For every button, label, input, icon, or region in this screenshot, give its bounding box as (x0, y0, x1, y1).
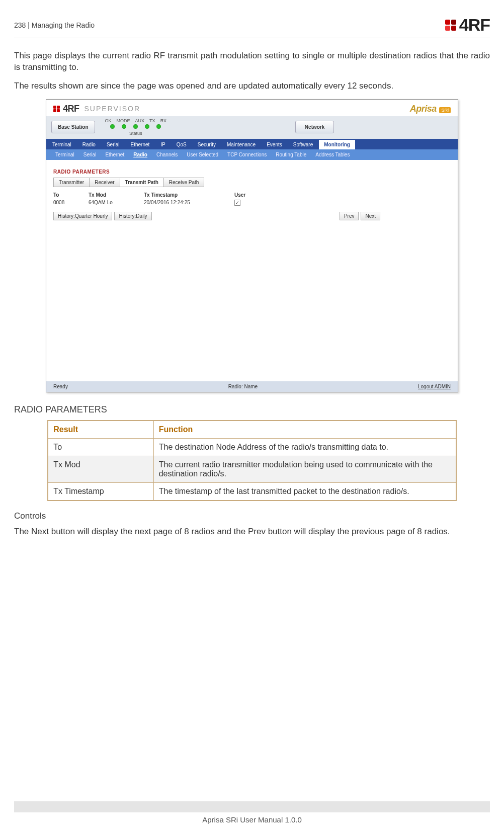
subtab-receive-path[interactable]: Receive Path (163, 178, 204, 187)
aprisa-word: Aprisa (410, 104, 437, 114)
col-txmod: Tx Mod (89, 192, 144, 198)
led-label-aux: AUX (135, 118, 145, 123)
col-to: To (53, 192, 89, 198)
controls-heading: Controls (14, 511, 490, 521)
status-leds: OK MODE AUX TX RX Status (105, 118, 167, 136)
secondary-tabs: Terminal Serial Ethernet Radio Channels … (46, 149, 458, 160)
page-header: 238 | Managing the Radio 4RF (14, 15, 490, 38)
led-label-tx: TX (149, 118, 155, 123)
brand-dots-icon (445, 20, 456, 31)
subtab-terminal[interactable]: Terminal (51, 150, 78, 159)
parameters-table: Result Function To The destination Node … (47, 420, 457, 501)
mini-dots-icon (53, 106, 60, 112)
section-heading: RADIO PARAMETERS (14, 404, 490, 415)
brand-text: 4RF (459, 15, 490, 35)
page-number: 238 (14, 21, 26, 29)
row-result: Tx Timestamp (48, 482, 153, 501)
intro-paragraph-1: This page displays the current radio RF … (14, 50, 490, 73)
status-row: Base Station OK MODE AUX TX RX Status (46, 116, 458, 139)
led-labels: OK MODE AUX TX RX (105, 118, 167, 123)
tab-software[interactable]: Software (288, 140, 318, 149)
history-quarter-hourly-button[interactable]: History:Quarter Hourly (53, 212, 112, 220)
footer-radio-name: Radio: Name (228, 384, 258, 389)
table-row: Tx Mod The current radio transmitter mod… (48, 456, 456, 482)
subtab-transmitter[interactable]: Transmitter (53, 178, 90, 187)
supervisor-app: 4RF SUPERVISOR Aprisa SRi Base Station O… (46, 99, 458, 392)
col-user: User (234, 192, 265, 198)
tab-qos[interactable]: QoS (172, 140, 192, 149)
status-word: Status (129, 131, 142, 136)
grid-row: 0008 64QAM Lo 20/04/2016 12:24:25 ✓ (53, 198, 451, 208)
tab-maintenance[interactable]: Maintenance (222, 140, 261, 149)
led-mode-icon (122, 124, 126, 129)
brand-logo: 4RF (445, 15, 490, 35)
footer-bar (14, 801, 490, 812)
tab-serial[interactable]: Serial (102, 140, 125, 149)
tab-ip[interactable]: IP (155, 140, 170, 149)
table-row: Tx Timestamp The timestamp of the last t… (48, 482, 456, 501)
logout-link[interactable]: Logout ADMIN (418, 384, 451, 389)
led-label-rx: RX (160, 118, 167, 123)
subtab-user-selected[interactable]: User Selected (183, 150, 222, 159)
next-button[interactable]: Next (361, 212, 380, 220)
cell-to: 0008 (53, 200, 89, 205)
subtab-ethernet[interactable]: Ethernet (101, 150, 128, 159)
prev-button[interactable]: Prev (340, 212, 359, 220)
tab-events[interactable]: Events (262, 140, 287, 149)
intro-paragraph-2: The results shown are since the page was… (14, 80, 490, 92)
aprisa-badge: SRi (439, 107, 451, 113)
subtab-tcp[interactable]: TCP Connections (223, 150, 271, 159)
tab-security[interactable]: Security (193, 140, 221, 149)
app-body: RADIO PARAMETERS Transmitter Receiver Tr… (46, 160, 458, 311)
led-label-ok: OK (105, 118, 112, 123)
network-button[interactable]: Network (295, 121, 334, 133)
th-function: Function (153, 421, 456, 439)
panel-title: RADIO PARAMETERS (53, 169, 451, 175)
th-result: Result (48, 421, 153, 439)
history-row: History:Quarter Hourly History:Daily Pre… (53, 212, 380, 220)
app-screenshot: 4RF SUPERVISOR Aprisa SRi Base Station O… (14, 99, 490, 392)
tab-monitoring[interactable]: Monitoring (319, 140, 355, 149)
row-function: The timestamp of the last transmitted pa… (153, 482, 456, 501)
subtab-channels[interactable]: Channels (152, 150, 182, 159)
led-tx-icon (145, 124, 149, 129)
app-top-bar: 4RF SUPERVISOR Aprisa SRi (46, 100, 458, 116)
base-station-button[interactable]: Base Station (51, 121, 95, 133)
grid-header: To Tx Mod Tx Timestamp User (53, 192, 451, 198)
subtab-radio[interactable]: Radio (129, 150, 151, 159)
page-number-section: 238 | Managing the Radio (14, 21, 95, 29)
led-label-mode: MODE (117, 118, 130, 123)
subtab-serial[interactable]: Serial (79, 150, 101, 159)
led-rx-icon (156, 124, 161, 129)
history-daily-button[interactable]: History:Daily (114, 212, 151, 220)
supervisor-logo: 4RF SUPERVISOR (53, 104, 140, 114)
subtab-routing[interactable]: Routing Table (272, 150, 310, 159)
supervisor-brand: 4RF (63, 104, 79, 114)
app-footer: Ready Radio: Name Logout ADMIN (46, 381, 458, 392)
tab-terminal[interactable]: Terminal (47, 140, 76, 149)
row-result: Tx Mod (48, 456, 153, 482)
radio-subtabs: Transmitter Receiver Transmit Path Recei… (53, 178, 451, 187)
table-row: To The destination Node Address of the r… (48, 438, 456, 456)
cell-ts: 20/04/2016 12:24:25 (144, 200, 234, 205)
section-title: Managing the Radio (32, 21, 95, 29)
row-function: The destination Node Address of the radi… (153, 438, 456, 456)
row-result: To (48, 438, 153, 456)
subtab-transmit-path[interactable]: Transmit Path (120, 178, 164, 187)
subtab-receiver[interactable]: Receiver (89, 178, 120, 187)
subtab-address[interactable]: Address Tables (311, 150, 354, 159)
separator: | (28, 21, 32, 29)
user-checkbox[interactable]: ✓ (234, 200, 240, 206)
cell-txmod: 64QAM Lo (89, 200, 144, 205)
primary-tabs: Terminal Radio Serial Ethernet IP QoS Se… (46, 139, 458, 149)
page-footer: Aprisa SRi User Manual 1.0.0 (0, 801, 504, 824)
supervisor-sub: SUPERVISOR (85, 105, 141, 113)
controls-text: The Next button will display the next pa… (14, 526, 490, 538)
row-function: The current radio transmitter modulation… (153, 456, 456, 482)
col-ts: Tx Timestamp (144, 192, 234, 198)
tab-radio[interactable]: Radio (77, 140, 101, 149)
aprisa-logo: Aprisa SRi (410, 104, 451, 114)
manual-version: Aprisa SRi User Manual 1.0.0 (202, 815, 302, 824)
footer-ready: Ready (53, 384, 68, 389)
tab-ethernet[interactable]: Ethernet (126, 140, 155, 149)
